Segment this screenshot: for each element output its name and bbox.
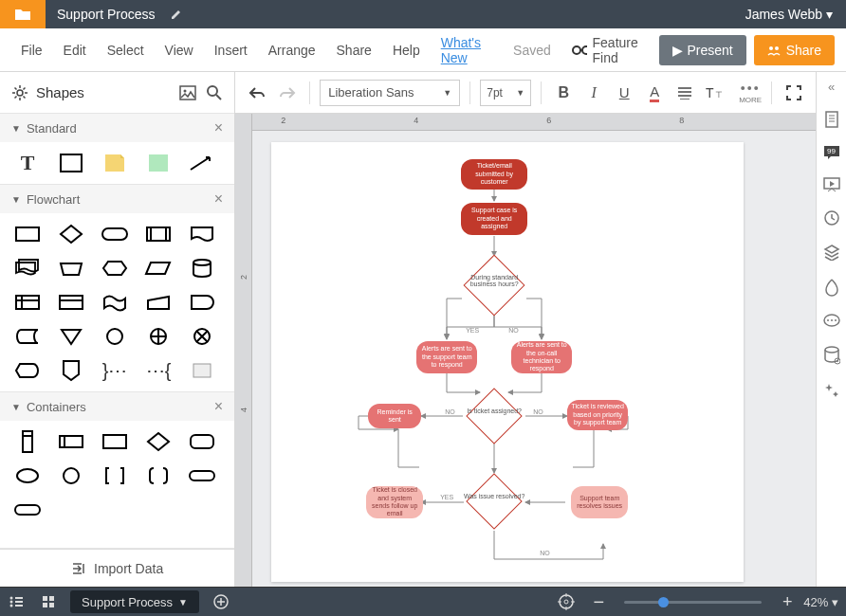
sparkle-icon[interactable] — [823, 382, 840, 399]
page-canvas[interactable]: Ticket/email submitted by customer Suppo… — [271, 142, 744, 582]
shape-internal[interactable] — [13, 291, 42, 314]
flow-node[interactable]: Support team resolves issues — [571, 486, 628, 518]
menu-help[interactable]: Help — [393, 43, 420, 58]
canvas[interactable]: 2 4 2 4 6 8 — [235, 114, 816, 587]
menu-edit[interactable]: Edit — [64, 43, 86, 58]
container-ellipse[interactable] — [13, 464, 42, 487]
gear-icon[interactable] — [11, 84, 28, 101]
zoom-in-icon[interactable]: + — [771, 592, 803, 612]
present-icon[interactable] — [823, 177, 840, 192]
undo-icon[interactable] — [245, 81, 269, 105]
container-lane-h[interactable] — [57, 430, 85, 453]
history-icon[interactable] — [823, 209, 840, 226]
shape-data[interactable] — [144, 257, 173, 280]
shape-note-green[interactable] — [144, 152, 173, 174]
container-pill2[interactable] — [13, 498, 42, 521]
section-standard[interactable]: ▼ Standard × — [0, 114, 234, 142]
shape-brace-r[interactable]: }⋯ — [101, 359, 129, 382]
container-pill[interactable] — [188, 464, 216, 487]
shape-note-box[interactable] — [188, 359, 216, 382]
size-select[interactable]: 7pt▼ — [480, 80, 531, 106]
data-icon[interactable] — [823, 346, 840, 365]
section-containers[interactable]: ▼ Containers × — [0, 392, 234, 421]
shape-decision[interactable] — [57, 223, 85, 245]
shape-arrow[interactable] — [188, 152, 216, 174]
fullscreen-icon[interactable] — [782, 81, 806, 105]
import-data-button[interactable]: Import Data — [0, 549, 234, 587]
shape-brace-l[interactable]: ⋯{ — [144, 359, 173, 382]
shape-manual[interactable] — [57, 257, 85, 280]
align-icon[interactable] — [672, 81, 697, 105]
layers-icon[interactable] — [823, 244, 840, 261]
container-rr[interactable] — [188, 430, 216, 453]
shape-text[interactable]: T — [13, 152, 42, 174]
text-case-icon[interactable]: T⊤ — [703, 81, 727, 105]
section-flowchart[interactable]: ▼ Flowchart × — [0, 185, 234, 213]
menu-arrange[interactable]: Arrange — [268, 43, 316, 58]
shape-predef[interactable] — [144, 223, 173, 245]
shape-merge[interactable] — [57, 325, 85, 348]
flow-node[interactable]: Alerts are sent to the on-call technicia… — [511, 341, 572, 373]
text-color-icon[interactable]: A — [642, 81, 667, 105]
menu-whatsnew[interactable]: What's New — [441, 35, 492, 65]
feature-find[interactable]: Feature Find — [572, 35, 647, 65]
flow-node[interactable]: Ticket/email submitted by customer — [461, 159, 527, 190]
container-rect[interactable] — [101, 430, 129, 453]
container-bracket1[interactable] — [101, 464, 129, 487]
image-icon[interactable] — [179, 85, 196, 100]
user-menu[interactable]: James Webb ▾ — [732, 7, 846, 22]
redo-icon[interactable] — [275, 81, 300, 105]
menu-insert[interactable]: Insert — [214, 43, 248, 58]
close-icon[interactable]: × — [214, 119, 223, 136]
shape-database[interactable] — [188, 257, 216, 280]
underline-icon[interactable]: U — [612, 81, 636, 105]
shape-document[interactable] — [188, 223, 216, 245]
shape-terminator[interactable] — [101, 223, 129, 245]
page-tab[interactable]: Support Process ▼ — [70, 590, 199, 613]
container-lane-v[interactable] — [13, 430, 42, 453]
comment-icon[interactable]: 99 — [823, 145, 840, 160]
close-icon[interactable]: × — [214, 190, 223, 208]
target-icon[interactable] — [550, 593, 582, 610]
container-circle[interactable] — [57, 464, 85, 487]
flow-node[interactable]: Alerts are sent to the support team to r… — [416, 341, 477, 373]
shape-delay[interactable] — [188, 291, 216, 314]
bold-icon[interactable]: B — [551, 81, 576, 105]
shape-process[interactable] — [13, 223, 42, 245]
add-page-icon[interactable] — [205, 593, 237, 610]
flow-node[interactable]: Ticket is reviewed based on priority by … — [567, 400, 628, 430]
shape-hexagon[interactable] — [101, 257, 129, 280]
shape-display[interactable] — [13, 359, 42, 382]
shape-multidoc[interactable] — [13, 257, 42, 280]
list-view-icon[interactable] — [0, 595, 32, 608]
shape-offpage[interactable] — [57, 359, 85, 382]
search-icon[interactable] — [206, 84, 223, 101]
container-bracket2[interactable] — [144, 464, 173, 487]
menu-file[interactable]: File — [21, 43, 43, 58]
shape-note-yellow[interactable] — [101, 152, 129, 174]
pencil-icon[interactable] — [171, 9, 182, 20]
collapse-icon[interactable]: « — [828, 80, 835, 94]
present-button[interactable]: ▶ Present — [659, 35, 745, 65]
share-button[interactable]: Share — [754, 35, 835, 65]
chat-icon[interactable] — [823, 314, 840, 329]
grid-view-icon[interactable] — [32, 595, 64, 608]
shape-or[interactable] — [144, 325, 173, 348]
flow-node[interactable]: Reminder is sent — [368, 404, 421, 428]
flow-node[interactable]: Support case is created and assigned — [461, 203, 527, 235]
zoom-slider[interactable] — [624, 601, 762, 604]
italic-icon[interactable]: I — [581, 81, 606, 105]
document-title[interactable]: Support Process — [46, 7, 167, 22]
zoom-level[interactable]: 42% ▾ — [803, 595, 838, 609]
container-diamond[interactable] — [144, 430, 173, 453]
zoom-out-icon[interactable]: − — [582, 591, 615, 613]
page-icon[interactable] — [824, 111, 839, 128]
more-button[interactable]: •••MORE — [739, 81, 762, 104]
menu-select[interactable]: Select — [107, 43, 144, 58]
menu-view[interactable]: View — [165, 43, 193, 58]
close-icon[interactable]: × — [214, 398, 223, 415]
shape-tape[interactable] — [101, 291, 129, 314]
flow-node[interactable]: Ticket is closed and system sends follow… — [366, 486, 423, 518]
shape-storeddata[interactable] — [13, 325, 42, 348]
shape-connector[interactable] — [101, 325, 129, 348]
